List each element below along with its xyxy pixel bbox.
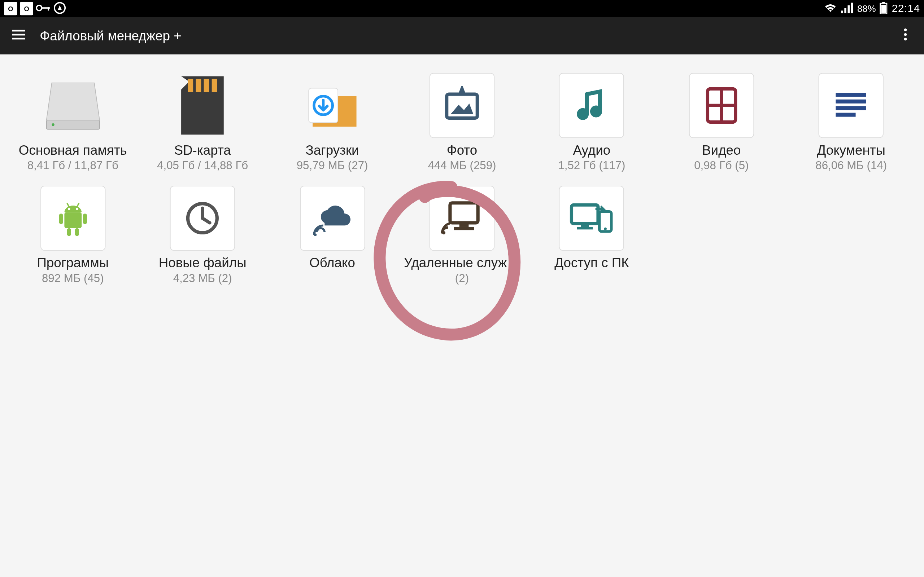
tile-title: Фото <box>447 142 478 158</box>
tile-main-storage[interactable]: Основная память 8,41 Гб / 11,87 Гб <box>8 70 137 175</box>
svg-point-16 <box>904 33 907 36</box>
svg-rect-5 <box>842 10 843 13</box>
svg-line-44 <box>67 203 69 207</box>
document-icon <box>819 73 884 138</box>
tile-title: Загрузки <box>306 142 359 158</box>
svg-point-51 <box>313 233 316 236</box>
grid-area: Основная память 8,41 Гб / 11,87 Гб SD-ка… <box>0 55 924 304</box>
status-time: 22:14 <box>892 3 920 15</box>
svg-rect-40 <box>59 213 63 224</box>
tile-title: Доступ с ПК <box>554 255 629 271</box>
explore-icon <box>53 1 66 16</box>
tile-pc-access[interactable]: Доступ с ПК <box>527 183 657 288</box>
tile-sub: 892 МБ (45) <box>42 272 104 285</box>
svg-rect-6 <box>845 8 847 13</box>
svg-rect-36 <box>836 100 867 103</box>
downloads-icon <box>300 73 365 138</box>
tile-sub: 8,41 Гб / 11,87 Гб <box>27 159 118 172</box>
tile-title: Удаленные служ… <box>404 255 520 271</box>
tile-apps[interactable]: Программы 892 МБ (45) <box>8 183 137 288</box>
svg-line-45 <box>77 203 79 207</box>
svg-rect-12 <box>12 30 25 32</box>
tile-title: Основная память <box>19 142 127 158</box>
svg-rect-52 <box>450 203 478 223</box>
svg-point-20 <box>52 123 54 126</box>
svg-rect-54 <box>454 227 474 230</box>
svg-rect-37 <box>836 106 867 110</box>
tile-sub: 1,52 Гб (117) <box>558 159 625 172</box>
svg-rect-56 <box>572 205 598 223</box>
tile-sd-card[interactable]: SD-карта 4,05 Гб / 14,88 Гб <box>137 70 267 175</box>
outlook-icon-2: O <box>20 2 33 16</box>
svg-rect-42 <box>67 228 71 236</box>
tile-title: SD-карта <box>174 142 231 158</box>
svg-line-50 <box>202 218 210 223</box>
wifi-icon <box>824 2 837 15</box>
sdcard-icon <box>170 73 235 138</box>
svg-point-46 <box>68 208 70 210</box>
svg-point-17 <box>904 38 907 40</box>
tile-new-files[interactable]: Новые файлы 4,23 МБ (2) <box>137 183 267 288</box>
tile-cloud[interactable]: Облако <box>267 183 397 288</box>
svg-rect-35 <box>836 93 867 97</box>
tile-sub: 95,79 МБ (27) <box>297 159 368 172</box>
tile-documents[interactable]: Документы 86,06 МБ (14) <box>787 70 916 175</box>
tile-title: Новые файлы <box>159 255 247 271</box>
tile-sub: 0,98 Гб (5) <box>694 159 749 172</box>
clock-icon <box>170 186 235 251</box>
svg-point-0 <box>36 5 42 10</box>
svg-rect-13 <box>12 34 25 36</box>
tile-remote[interactable]: Удаленные служ… (2) <box>397 183 527 288</box>
svg-rect-8 <box>851 2 853 13</box>
tile-title: Программы <box>37 255 109 271</box>
tile-downloads[interactable]: Загрузки 95,79 МБ (27) <box>267 70 397 175</box>
app-title: Файловый менеджер + <box>40 28 181 43</box>
svg-rect-41 <box>82 213 87 224</box>
key-icon <box>36 3 50 14</box>
pc-access-icon <box>559 186 624 251</box>
svg-marker-18 <box>46 83 99 120</box>
tile-sub: 444 МБ (259) <box>428 159 496 172</box>
android-icon <box>40 186 105 251</box>
svg-rect-43 <box>75 228 79 236</box>
battery-percent: 88% <box>857 3 876 14</box>
video-icon <box>689 73 754 138</box>
svg-rect-22 <box>196 79 201 92</box>
cloud-icon <box>300 186 365 251</box>
status-right: 88% 22:14 <box>824 2 920 16</box>
tile-sub: 86,06 МБ (14) <box>815 159 887 172</box>
svg-rect-7 <box>848 5 850 13</box>
svg-rect-2 <box>48 7 49 10</box>
svg-rect-53 <box>459 223 469 227</box>
svg-point-55 <box>442 231 446 234</box>
tile-title: Облако <box>309 255 355 271</box>
svg-rect-24 <box>212 79 217 92</box>
svg-point-60 <box>604 227 607 230</box>
svg-rect-27 <box>447 94 478 118</box>
tile-audio[interactable]: Аудио 1,52 Гб (117) <box>527 70 657 175</box>
svg-rect-21 <box>188 79 194 92</box>
tile-title: Аудио <box>573 142 611 158</box>
outlook-icon: O <box>4 2 17 16</box>
svg-rect-23 <box>204 79 209 92</box>
status-left: O O <box>4 1 66 16</box>
tile-title: Документы <box>817 142 885 158</box>
tile-sub: 4,05 Гб / 14,88 Гб <box>157 159 248 172</box>
svg-marker-4 <box>58 5 62 10</box>
signal-icon <box>842 2 853 15</box>
screen: O O 88% 22:14 <box>0 0 924 577</box>
svg-point-15 <box>904 29 907 31</box>
status-bar: O O 88% 22:14 <box>0 0 924 17</box>
tile-video[interactable]: Видео 0,98 Гб (5) <box>657 70 786 175</box>
svg-rect-57 <box>581 224 589 227</box>
audio-icon <box>559 73 624 138</box>
tile-sub: 4,23 МБ (2) <box>173 272 232 285</box>
tile-title: Видео <box>702 142 741 158</box>
more-menu-icon[interactable] <box>897 27 913 45</box>
tile-photos[interactable]: Фото 444 МБ (259) <box>397 70 527 175</box>
tile-sub: (2) <box>455 272 469 285</box>
hamburger-icon[interactable] <box>10 27 26 45</box>
svg-rect-14 <box>12 38 25 40</box>
tiles-grid: Основная память 8,41 Гб / 11,87 Гб SD-ка… <box>8 70 916 288</box>
svg-rect-11 <box>881 5 886 13</box>
